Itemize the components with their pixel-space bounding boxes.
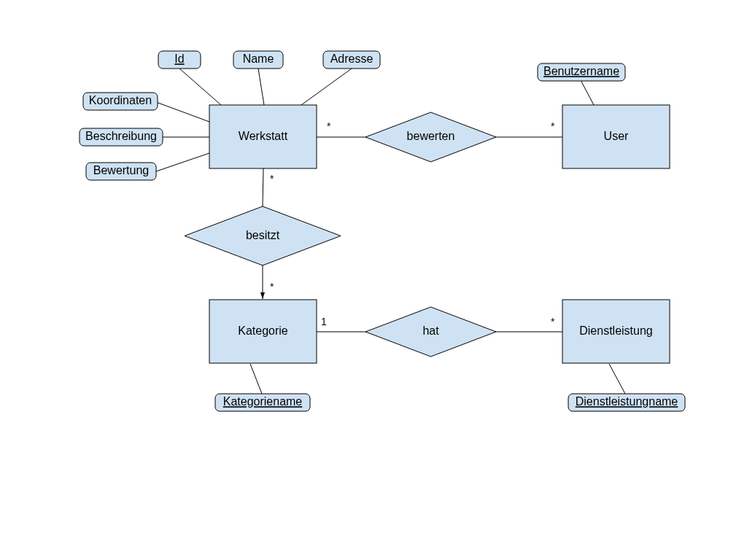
attribute-koordinaten: Koordinaten [83,93,158,110]
attribute-kategoriename-label: Kategoriename [223,395,303,408]
attribute-id: Id [158,51,201,69]
cardinality-kategorie-hat: 1 [321,316,327,327]
cardinality-user-bewerten: * [551,120,555,132]
attribute-beschreibung: Beschreibung [80,128,163,146]
entity-werkstatt: Werkstatt [209,105,317,168]
edge-werkstatt-besitzt [263,168,263,206]
cardinality-werkstatt-bewerten: * [327,120,331,132]
relationship-besitzt: besitzt [185,206,341,265]
edge-adresse-werkstatt [301,69,352,105]
attribute-name: Name [233,51,283,69]
entity-werkstatt-label: Werkstatt [239,130,288,142]
relationship-bewerten-label: bewerten [407,130,455,142]
edge-id-werkstatt [179,69,221,105]
attribute-name-label: Name [243,52,274,65]
er-diagram: Werkstatt User Kategorie Dienstleistung … [0,0,747,560]
edge-kategoriename-kategorie [250,364,262,394]
entity-kategorie: Kategorie [209,300,317,363]
entity-dienstleistung: Dienstleistung [562,300,670,363]
attribute-id-label: Id [174,52,184,65]
relationship-hat-label: hat [422,324,439,337]
attribute-koordinaten-label: Koordinaten [89,94,152,106]
edge-koordinaten-werkstatt [156,102,209,122]
attribute-adresse-label: Adresse [330,52,374,65]
attribute-benutzername-label: Benutzername [543,65,619,77]
attribute-benutzername: Benutzername [538,63,625,81]
cardinality-werkstatt-besitzt: * [270,173,274,184]
relationship-hat: hat [365,307,496,357]
attribute-adresse: Adresse [323,51,380,69]
cardinality-dienstleistung-hat: * [551,316,555,327]
entity-kategorie-label: Kategorie [238,324,288,337]
entity-user-label: User [604,130,629,142]
relationship-bewerten: bewerten [365,112,496,162]
relationship-besitzt-label: besitzt [246,229,280,241]
attribute-kategoriename: Kategoriename [215,394,310,411]
attribute-bewertung: Bewertung [86,163,156,180]
attribute-bewertung-label: Bewertung [93,164,150,176]
attribute-beschreibung-label: Beschreibung [85,130,157,142]
cardinality-kategorie-besitzt: * [270,281,274,292]
entity-user: User [562,105,670,168]
edge-bewertung-werkstatt [156,153,209,171]
attribute-dienstleistungname-label: Dienstleistungname [576,395,678,408]
edge-benutzername-user [581,80,594,105]
edge-name-werkstatt [258,69,264,105]
entity-dienstleistung-label: Dienstleistung [579,324,653,337]
edge-dienstleistungname-dienstleistung [609,364,625,394]
attribute-dienstleistungname: Dienstleistungname [568,394,685,411]
